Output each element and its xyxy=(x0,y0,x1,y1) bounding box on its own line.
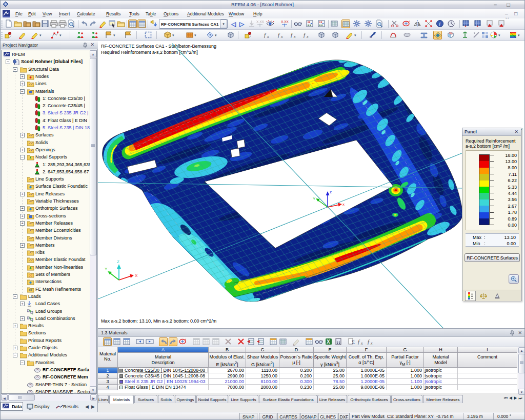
svg-text:X: X xyxy=(135,273,138,278)
svg-text:Z: Z xyxy=(117,259,119,264)
svg-text:Y: Y xyxy=(313,196,316,201)
svg-text:Y: Y xyxy=(105,267,108,271)
svg-text:z: z xyxy=(330,190,332,194)
svg-text:x: x xyxy=(342,202,345,207)
